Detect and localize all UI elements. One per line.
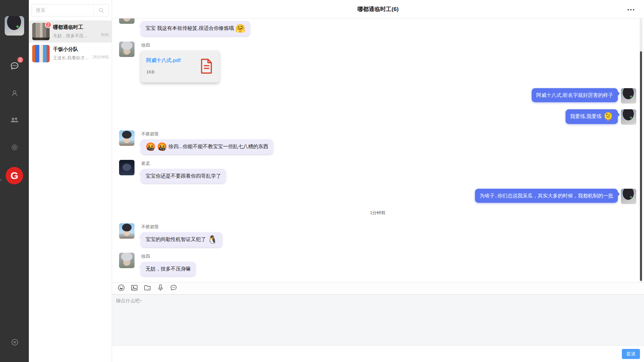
message-row: 我要练,我要练 🫠 [119, 109, 636, 125]
emoji-glyph: 🤗 [235, 24, 246, 33]
message-body: 我要练,我要练 🫠 [566, 109, 618, 124]
send-button[interactable]: 发送 [622, 349, 640, 359]
image-icon [130, 284, 138, 293]
message-bubble[interactable]: 无妨，技多不压身嘛 [141, 262, 196, 276]
sender-avatar[interactable] [119, 18, 135, 24]
message-body: 不摇碧莲宝宝的间歇性机智证又犯了 🐧 [141, 223, 222, 247]
tool-mic[interactable] [156, 284, 165, 293]
collapse-handle-icon[interactable]: › [0, 177, 2, 182]
composer-toolbar [112, 283, 644, 295]
message-body: 不摇碧莲🤬 🤬 徐四...你能不能不教宝宝一些乱七八糟的东西 [141, 130, 273, 154]
sender-avatar[interactable] [621, 189, 636, 204]
sender-avatar[interactable] [621, 109, 636, 125]
emoji-glyph: 🤬 [146, 142, 156, 151]
more-menu-icon[interactable] [627, 4, 635, 14]
message-row: 阿威十八式,听名字就好厉害的样子 [119, 88, 636, 104]
message-body: 阿威十八式,听名字就好厉害的样子 [532, 88, 618, 102]
search-row: 搜索 [29, 0, 112, 20]
conversation-item[interactable]: 干饭小分队王道长,我看你才...26分钟前 [29, 43, 112, 65]
scrollbar-track [640, 18, 642, 282]
message-input-placeholder: 聊点什么吧~ [116, 298, 142, 303]
sender-name: 不摇碧莲 [141, 224, 159, 230]
logout-icon[interactable] [10, 338, 19, 348]
composer: 聊点什么吧~ 发送 [112, 282, 644, 362]
message-body: 徐四阿威十八式.pdf1KB [141, 42, 219, 82]
app-window: 2 G › 搜索 2哪都通临时工无妨，技多不压身嘛刚刚干饭小分队王道长,我看你才… [0, 0, 644, 362]
tool-emoji[interactable] [117, 284, 125, 293]
message-row: 老孟宝宝你还是不要跟着你四哥乱学了 [119, 160, 636, 183]
message-bubble[interactable]: 我要练,我要练 🫠 [566, 109, 618, 124]
message-bubble[interactable]: 宝宝你还是不要跟着你四哥乱学了 [141, 169, 226, 183]
emoji-glyph: 🐧 [207, 235, 217, 244]
nav-contacts[interactable] [0, 86, 29, 101]
chat-header: 哪都通临时工(6) [112, 0, 644, 18]
pdf-file-icon [200, 59, 213, 75]
emoji-glyph: 🤬 [157, 142, 167, 151]
sender-name: 不摇碧莲 [141, 131, 159, 137]
message-row: 徐四无妨，技多不压身嘛 [119, 253, 636, 276]
message-bubble[interactable]: 阿威十八式,听名字就好厉害的样子 [532, 88, 618, 102]
message-row: 为啥子..你们总说我呆瓜，其实大多的时候，我都机制的一批 [119, 189, 636, 204]
sender-avatar[interactable] [119, 253, 135, 268]
message-body: 老孟宝宝你还是不要跟着你四哥乱学了 [141, 160, 226, 183]
sender-name: 徐四 [141, 42, 150, 48]
conversation-title: 哪都通临时工 [53, 24, 110, 31]
mic-icon [157, 284, 164, 293]
current-user-avatar[interactable] [5, 16, 24, 36]
sender-name: 徐四 [141, 253, 150, 259]
message-input[interactable]: 聊点什么吧~ [112, 295, 644, 345]
search-icon[interactable] [93, 4, 109, 16]
message-body: 徐四无妨，技多不压身嘛 [141, 253, 196, 276]
chat-title: 哪都通临时工(6) [358, 5, 399, 13]
sender-avatar[interactable] [119, 160, 135, 175]
message-row: 宝宝 我这有本祖传秘笈,很适合你修炼哦 🤗 [119, 21, 636, 36]
search-input[interactable]: 搜索 [32, 4, 109, 16]
unread-badge: 2 [17, 56, 24, 63]
message-row: 不摇碧莲宝宝的间歇性机智证又犯了 🐧 [119, 223, 636, 247]
message-bubble[interactable]: 宝宝 我这有本祖传秘笈,很适合你修炼哦 🤗 [141, 21, 250, 36]
conversation-avatar [32, 45, 50, 62]
folder-icon [144, 284, 151, 293]
message-bubble[interactable]: 为啥子..你们总说我呆瓜，其实大多的时候，我都机制的一批 [475, 189, 618, 203]
settings-icon [10, 143, 19, 153]
composer-footer: 发送 [112, 345, 644, 362]
app-logo[interactable]: G [6, 167, 23, 184]
contacts-icon [10, 89, 19, 99]
message-row: 徐四阿威十八式.pdf1KB [119, 42, 636, 82]
message-row: 不摇碧莲🤬 🤬 徐四...你能不能不教宝宝一些乱七八糟的东西 [119, 130, 636, 154]
sender-name: 老孟 [141, 161, 150, 167]
message-bubble[interactable]: 🤬 🤬 徐四...你能不能不教宝宝一些乱七八糟的东西 [141, 139, 273, 154]
sender-avatar[interactable] [119, 223, 135, 239]
tool-image[interactable] [130, 284, 139, 293]
tool-chat[interactable] [169, 284, 178, 293]
emoji-glyph: 🫠 [603, 112, 613, 121]
conversation-list-panel: 搜索 2哪都通临时工无妨，技多不压身嘛刚刚干饭小分队王道长,我看你才...26分… [29, 0, 112, 362]
nav-sidebar: 2 G [0, 0, 29, 362]
tool-folder[interactable] [143, 284, 152, 293]
message-bubble[interactable]: 宝宝的间歇性机智证又犯了 🐧 [141, 232, 222, 247]
nav-chat[interactable]: 2 [0, 59, 29, 74]
message-scroll-area: 宝宝 我这有本祖传秘笈,很适合你修炼哦 🤗徐四阿威十八式.pdf1KB阿威十八式… [112, 18, 644, 282]
file-attachment-card[interactable]: 阿威十八式.pdf1KB [141, 51, 219, 82]
search-placeholder: 搜索 [32, 7, 93, 13]
unread-badge: 2 [45, 21, 52, 28]
timestamp-divider: 1分钟前 [119, 210, 636, 216]
sender-avatar[interactable] [119, 130, 135, 146]
sender-avatar[interactable] [119, 42, 135, 57]
conversation-title: 干饭小分队 [53, 46, 110, 53]
conversation-time: 刚刚 [101, 32, 109, 38]
conversation-item[interactable]: 2哪都通临时工无妨，技多不压身嘛刚刚 [29, 20, 112, 43]
message-body: 为啥子..你们总说我呆瓜，其实大多的时候，我都机制的一批 [475, 189, 618, 203]
emoji-icon [117, 284, 125, 293]
nav-groups[interactable] [0, 113, 29, 128]
chat-main: 哪都通临时工(6) 宝宝 我这有本祖传秘笈,很适合你修炼哦 🤗徐四阿威十八式.p… [112, 0, 644, 362]
chat-dots-icon [170, 284, 177, 293]
message-body: 宝宝 我这有本祖传秘笈,很适合你修炼哦 🤗 [141, 21, 250, 36]
scrollbar-thumb[interactable] [640, 51, 642, 281]
conversation-time: 26分钟前 [93, 54, 109, 60]
sender-avatar[interactable] [621, 88, 636, 104]
conversation-items: 2哪都通临时工无妨，技多不压身嘛刚刚干饭小分队王道长,我看你才...26分钟前 [29, 20, 112, 65]
groups-icon [10, 115, 19, 126]
nav-settings[interactable] [0, 140, 29, 155]
